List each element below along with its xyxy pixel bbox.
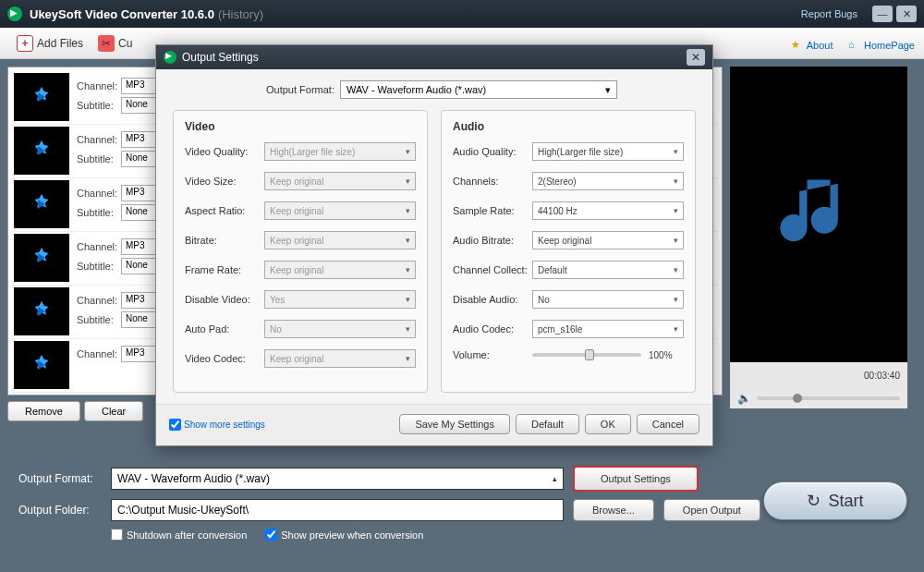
default-button[interactable]: Default (516, 414, 579, 434)
audio-heading: Audio (453, 120, 684, 133)
cut-button[interactable]: ✂ Cu (91, 31, 140, 55)
volume-slider[interactable] (532, 353, 641, 357)
cancel-button[interactable]: Cancel (637, 414, 699, 434)
output-settings-dialog: Output Settings ✕ Output Format: WAV - W… (155, 44, 713, 446)
remove-button[interactable]: Remove (7, 401, 80, 421)
modal-outfmt-label: Output Format: (251, 84, 334, 95)
disable-video-select[interactable]: Yes▾ (264, 290, 416, 309)
channel-collect-select[interactable]: Default▾ (532, 261, 684, 279)
chevron-up-icon: ▴ (553, 474, 557, 483)
about-link[interactable]: ★About (791, 39, 833, 52)
video-codec-select[interactable]: Keep original▾ (264, 349, 416, 368)
minimize-button[interactable]: — (872, 6, 893, 22)
volume-value: 100% (649, 350, 684, 360)
star-icon: ★ (791, 39, 804, 52)
audio-bitrate-select[interactable]: Keep original▾ (532, 231, 684, 249)
file-thumbnail (14, 234, 69, 282)
home-icon: ⌂ (848, 39, 861, 52)
sample-rate-select[interactable]: 44100 Hz▾ (532, 201, 684, 220)
dialog-titlebar: Output Settings ✕ (156, 45, 712, 69)
save-my-settings-button[interactable]: Save My Settings (399, 414, 510, 434)
audio-codec-select[interactable]: pcm_s16le▾ (532, 320, 684, 338)
auto-pad-select[interactable]: No▾ (264, 320, 416, 338)
preview-checkbox[interactable]: Show preview when conversion (265, 529, 423, 541)
video-quality-select[interactable]: High(Larger file size)▾ (264, 142, 416, 161)
homepage-link[interactable]: ⌂HomePage (848, 39, 915, 52)
preview-panel: 00:03:40 🔈 (730, 59, 915, 458)
cut-label: Cu (118, 37, 132, 50)
output-folder-input[interactable]: C:\Output Music-UkeySoft\ (111, 499, 564, 521)
channels-select[interactable]: 2(Stereo)▾ (532, 172, 684, 190)
ok-button[interactable]: OK (585, 414, 631, 434)
show-more-settings-checkbox[interactable]: Show more settings (169, 419, 265, 431)
video-heading: Video (185, 120, 416, 133)
add-files-label: Add Files (37, 37, 83, 50)
open-output-button[interactable]: Open Output (663, 499, 760, 521)
volume-control: 🔈 (730, 388, 907, 408)
speaker-icon[interactable]: 🔈 (737, 392, 751, 405)
add-icon: + (17, 35, 33, 52)
audio-quality-select[interactable]: High(Larger file size)▾ (532, 142, 684, 161)
start-button[interactable]: ↻ Start (763, 481, 907, 520)
close-button[interactable]: ✕ (896, 6, 917, 22)
video-size-select[interactable]: Keep original▾ (264, 172, 416, 190)
dialog-title: Output Settings (182, 51, 259, 64)
subtitle-label: Subtitle: (77, 100, 121, 111)
video-settings-group: Video Video Quality:High(Larger file siz… (173, 110, 428, 393)
aspect-ratio-select[interactable]: Keep original▾ (264, 201, 416, 220)
video-bitrate-select[interactable]: Keep original▾ (264, 231, 416, 249)
file-thumbnail (14, 341, 69, 389)
frame-rate-select[interactable]: Keep original▾ (264, 261, 416, 279)
modal-outfmt-select[interactable]: WAV - Waveform Audio (*.wav)▾ (340, 80, 617, 99)
app-subtitle: (History) (218, 7, 263, 21)
file-thumbnail (14, 287, 69, 335)
dialog-logo-icon (164, 51, 176, 64)
file-thumbnail (14, 180, 69, 228)
output-settings-button[interactable]: Output Settings (573, 466, 699, 492)
audio-settings-group: Audio Audio Quality:High(Larger file siz… (441, 110, 696, 393)
output-format-label: Output Format: (18, 472, 111, 485)
refresh-icon: ↻ (807, 491, 821, 511)
report-bugs-link[interactable]: Report Bugs (801, 8, 857, 19)
output-folder-label: Output Folder: (18, 504, 111, 517)
clear-button[interactable]: Clear (84, 401, 143, 421)
app-logo-icon (7, 6, 22, 21)
video-preview[interactable] (730, 67, 907, 362)
disable-audio-select[interactable]: No▾ (532, 290, 684, 309)
output-format-select[interactable]: WAV - Waveform Audio (*.wav)▴ (111, 468, 564, 490)
add-files-button[interactable]: + Add Files (9, 31, 91, 55)
dialog-close-button[interactable]: ✕ (687, 49, 705, 66)
file-thumbnail (14, 127, 69, 175)
titlebar: UkeySoft Video Converter 10.6.0 (History… (0, 0, 924, 28)
shutdown-checkbox[interactable]: Shutdown after conversion (111, 529, 247, 541)
scissors-icon: ✂ (98, 35, 115, 52)
browse-button[interactable]: Browse... (573, 499, 654, 521)
channel-label: Channel: (77, 80, 121, 91)
file-thumbnail (14, 73, 69, 121)
chevron-down-icon: ▾ (605, 84, 611, 96)
app-title: UkeySoft Video Converter 10.6.0 (30, 7, 214, 21)
time-display: 00:03:40 (730, 362, 907, 388)
volume-slider[interactable] (757, 396, 900, 400)
